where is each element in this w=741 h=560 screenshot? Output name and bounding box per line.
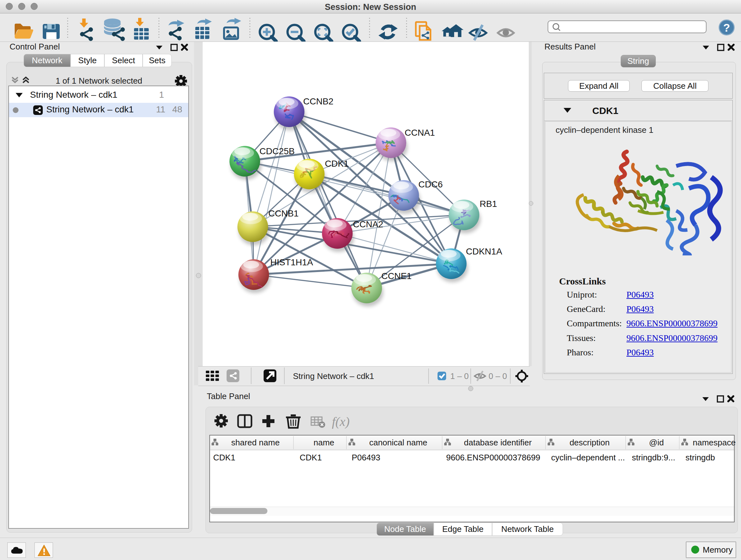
svg-text:CCNE1: CCNE1	[381, 271, 412, 281]
svg-text:CDC6: CDC6	[418, 179, 443, 189]
svg-text:1 – 0: 1 – 0	[450, 371, 469, 381]
svg-text:f(x): f(x)	[332, 415, 350, 429]
svg-text:CDK1: CDK1	[325, 159, 349, 169]
svg-text:CCNB2: CCNB2	[303, 97, 333, 106]
svg-text:CDKN1A: CDKN1A	[466, 246, 502, 256]
svg-text:CCNA2: CCNA2	[353, 219, 383, 229]
svg-text:CCNB1: CCNB1	[268, 208, 299, 219]
svg-text:RB1: RB1	[480, 199, 497, 209]
svg-text:HIST1H1A: HIST1H1A	[270, 257, 313, 267]
svg-text:CCNA1: CCNA1	[405, 128, 435, 138]
svg-text:0 – 0: 0 – 0	[488, 371, 507, 381]
svg-text:CDC25B: CDC25B	[259, 146, 294, 156]
